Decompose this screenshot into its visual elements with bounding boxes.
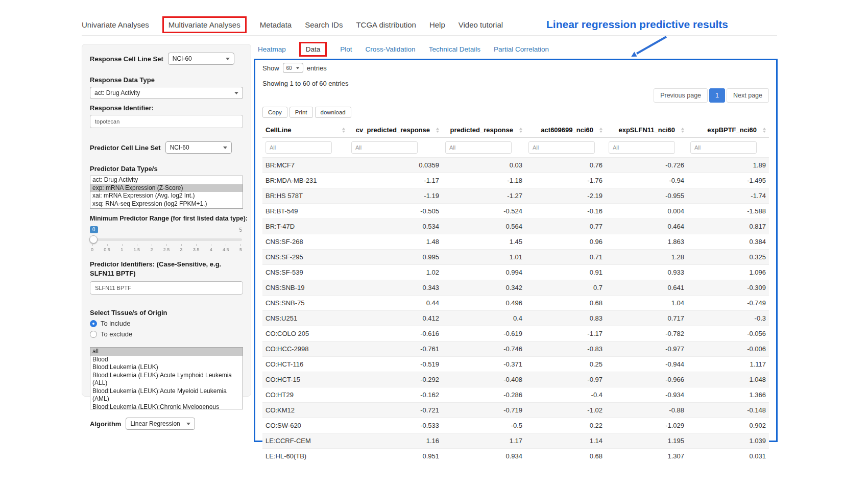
column-header-predicted-response[interactable]: predicted_response [442, 122, 525, 138]
table-cell: 1.89 [687, 158, 769, 173]
tissue-option[interactable]: all [90, 348, 243, 356]
cell-line-name: LE:HL-60(TB) [262, 449, 348, 464]
table-cell: 0.4 [442, 311, 525, 326]
tissue-option[interactable]: Blood:Leukemia (LEUK):Acute Lymphoid Leu… [90, 372, 243, 387]
column-header-cv-predicted-response[interactable]: cv_predicted_response [348, 122, 442, 138]
response-identifier-label: Response Identifier: [90, 104, 243, 112]
response-data-type-select[interactable]: act: Drug Activity [90, 87, 243, 99]
column-header-act609699-nci60[interactable]: act609699_nci60 [525, 122, 606, 138]
table-cell: 0.464 [606, 219, 687, 234]
slider-tick-label: 4.5 [223, 243, 229, 252]
nav-item-multivariate-analyses[interactable]: Multivariate Analyses [162, 16, 247, 33]
nav-item-video-tutorial[interactable]: Video tutorial [459, 20, 503, 29]
column-filter-input[interactable] [445, 141, 512, 154]
table-cell: -0.533 [348, 418, 442, 433]
entries-label: entries [307, 64, 327, 72]
table-row: CO:KM12-0.721-0.719-1.02-0.88-0.148 [262, 403, 769, 418]
tissue-option[interactable]: Blood:Leukemia (LEUK):Chronic Myelogenou… [90, 403, 243, 410]
column-filter-input[interactable] [528, 141, 595, 154]
table-cell: -0.761 [348, 341, 442, 357]
column-label: CellLine [266, 126, 292, 134]
slider-track[interactable] [91, 238, 242, 241]
table-cell: 1.096 [687, 265, 769, 280]
nav-item-search-ids[interactable]: Search IDs [305, 20, 343, 29]
table-cell: -0.749 [687, 296, 769, 311]
next-page-button[interactable]: Next page [727, 88, 769, 103]
predictor-cell-line-set-label: Predictor Cell Line Set [90, 144, 161, 152]
predictor-cell-line-set-select[interactable]: NCI-60 [165, 141, 232, 154]
table-cell: 0.994 [442, 265, 525, 280]
nav-item-metadata[interactable]: Metadata [260, 20, 292, 29]
table-cell: 0.0359 [348, 158, 442, 173]
tissue-radio-to-include[interactable]: To include [90, 320, 243, 327]
column-filter-input[interactable] [690, 141, 757, 154]
response-cell-line-set-select[interactable]: NCI-60 [168, 53, 234, 65]
column-filter-input[interactable] [351, 141, 418, 154]
column-header-cellline[interactable]: CellLine [262, 122, 348, 138]
predictor-identifiers-input[interactable] [90, 281, 243, 295]
table-cell: 0.91 [525, 265, 606, 280]
column-header-expslfn11-nci60[interactable]: expSLFN11_nci60 [606, 122, 687, 138]
table-cell: 1.863 [606, 234, 687, 250]
nav-item-tcga-distribution[interactable]: TCGA distribution [356, 20, 416, 29]
table-cell: -1.27 [442, 188, 525, 204]
tab-data[interactable]: Data [299, 42, 327, 57]
tissue-option[interactable]: Blood:Leukemia (LEUK):Acute Myeloid Leuk… [90, 387, 243, 403]
minimum-predictor-range-slider[interactable]: 0 5 00.511.522.533.544.55 [90, 226, 243, 254]
column-filter-input[interactable] [266, 141, 332, 154]
table-cell: -0.371 [442, 357, 525, 372]
tissue-list[interactable]: allBloodBlood:Leukemia (LEUK)Blood:Leuke… [90, 347, 243, 409]
slider-grid: 00.511.522.533.544.55 [91, 243, 242, 252]
slider-max-label: 5 [239, 227, 242, 233]
showing-info: Showing 1 to 60 of 60 entries [262, 80, 769, 87]
table-cell: 1.117 [687, 357, 769, 372]
predictor-data-type-option[interactable]: xsq: RNA-seq Expression (log2 FPKM+1.) [90, 200, 243, 208]
tissue-option[interactable]: Blood [90, 356, 243, 364]
tab-technical-details[interactable]: Technical Details [429, 45, 480, 53]
predictor-data-type-list[interactable]: act: Drug Activityexp: mRNA Expression (… [90, 176, 243, 209]
page-length-value: 60 [286, 65, 292, 71]
response-cell-line-set-value: NCI-60 [173, 55, 192, 62]
cell-line-name: CO:SW-620 [262, 418, 348, 433]
nav-item-help[interactable]: Help [429, 20, 445, 29]
table-row: CO:HT29-0.162-0.286-0.4-0.9341.366 [262, 387, 769, 403]
table-cell: 0.934 [442, 449, 525, 464]
page-length-select[interactable]: 60 [283, 63, 303, 73]
copy-button[interactable]: Copy [262, 107, 287, 118]
cell-line-name: CNS:SF-268 [262, 234, 348, 250]
table-cell: 0.902 [687, 418, 769, 433]
algorithm-select[interactable]: Linear Regression [126, 418, 195, 430]
tab-plot[interactable]: Plot [340, 45, 352, 53]
tab-heatmap[interactable]: Heatmap [258, 45, 286, 53]
cell-line-name: CO:HCC-2998 [262, 341, 348, 357]
nav-item-univariate-analyses[interactable]: Univariate Analyses [82, 20, 149, 29]
print-button[interactable]: Print [290, 107, 313, 118]
predictor-data-type-option[interactable]: act: Drug Activity [90, 176, 243, 184]
table-cell: 1.45 [442, 234, 525, 250]
current-page-button[interactable]: 1 [709, 88, 725, 103]
tab-cross-validation[interactable]: Cross-Validation [366, 45, 416, 53]
slider-tick-label: 5 [239, 243, 242, 252]
cell-line-name: BR:MCF7 [262, 158, 348, 173]
predictor-data-type-option[interactable]: xai: mRNA Expression (Avg. log2 Int.) [90, 192, 243, 200]
table-row: CNS:SF-5391.020.9940.910.9331.096 [262, 265, 769, 280]
column-filter-input[interactable] [609, 141, 675, 154]
tab-partial-correlation[interactable]: Partial Correlation [494, 45, 549, 53]
result-tabs: HeatmapDataPlotCross-ValidationTechnical… [258, 42, 549, 57]
slider-handle[interactable] [89, 235, 98, 243]
table-cell: 0.03 [442, 158, 525, 173]
table-cell: 0.68 [525, 449, 606, 464]
tissue-option[interactable]: Blood:Leukemia (LEUK) [90, 363, 243, 372]
column-header-expbptf-nci60[interactable]: expBPTF_nci60 [687, 122, 769, 138]
table-cell: 0.496 [442, 296, 525, 311]
cell-line-name: CO:HCT-116 [262, 357, 348, 372]
table-cell: -0.616 [348, 326, 442, 341]
download-button[interactable]: download [315, 107, 351, 118]
slider-tick-label: 3.5 [193, 243, 200, 252]
table-cell: -0.944 [606, 357, 687, 372]
column-label: expSLFN11_nci60 [618, 126, 675, 134]
predictor-data-type-option[interactable]: exp: mRNA Expression (Z-Score) [90, 184, 243, 192]
tissue-radio-to-exclude[interactable]: To exclude [90, 330, 243, 338]
previous-page-button[interactable]: Previous page [654, 88, 708, 103]
response-identifier-input[interactable] [90, 115, 243, 128]
